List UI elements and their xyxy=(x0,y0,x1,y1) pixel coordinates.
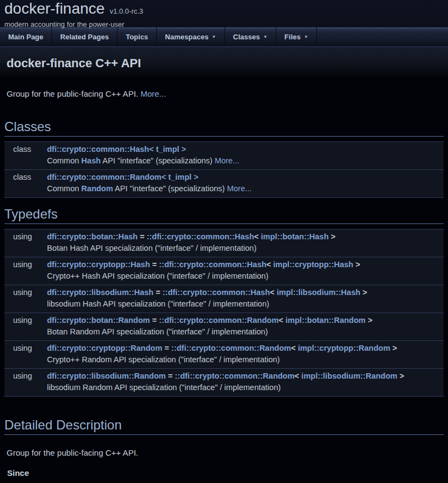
title-area: docker-finance v1.0.0-rc.3 modern accoun… xyxy=(0,0,448,27)
intro-text: Group for the public-facing C++ API. xyxy=(7,89,138,98)
typedef-base-link[interactable]: ::dfi::crypto::common::Hash xyxy=(162,288,270,297)
equals-sign: = xyxy=(162,344,172,352)
typedef-base-link[interactable]: ::dfi::crypto::common::Hash xyxy=(159,260,267,269)
typedef-description: Botan Random API specialization ("interf… xyxy=(47,327,444,337)
typedef-name-link[interactable]: dfi::crypto::cryptopp::Random xyxy=(47,344,162,352)
template-close: > xyxy=(361,288,368,297)
typedef-keyword: using xyxy=(4,372,47,392)
typedef-base-link[interactable]: ::dfi::crypto::common::Random xyxy=(175,372,294,380)
tab-label: Related Pages xyxy=(60,33,109,41)
content-area: Group for the public-facing C++ API. Mor… xyxy=(0,79,448,483)
tab-label: Topics xyxy=(126,33,148,41)
classes-table: class dfi::crypto::common::Hash< t_impl … xyxy=(4,142,444,198)
typedef-row: using dfi::crypto::botan::Hash = ::dfi::… xyxy=(4,229,444,257)
section-heading-typedefs: Typedefs xyxy=(4,208,444,224)
typedef-base-link[interactable]: ::dfi::crypto::common::Random xyxy=(159,316,279,325)
class-keyword: class xyxy=(4,145,47,166)
class-description: Common Random API "interface" (specializ… xyxy=(47,184,444,193)
class-row: class dfi::crypto::common::Random< t_imp… xyxy=(4,170,444,197)
typedef-row: using dfi::crypto::cryptopp::Random = ::… xyxy=(4,341,444,369)
template-open: < xyxy=(254,232,261,241)
typedef-description: libsodium Hash API specialization ("inte… xyxy=(47,299,444,309)
tab-main-page[interactable]: Main Page xyxy=(0,27,52,46)
desc-text: API "interface" (specializations) xyxy=(101,156,215,165)
typedef-impl-link[interactable]: impl::botan::Random xyxy=(286,316,366,325)
tab-label: Main Page xyxy=(8,33,43,41)
page-header: docker-finance C++ API xyxy=(0,47,448,79)
section-heading-detailed-description: Detailed Description xyxy=(4,419,444,435)
project-version: v1.0.0-rc.3 xyxy=(110,3,143,20)
typedef-keyword: using xyxy=(4,344,47,364)
template-close: > xyxy=(366,316,373,325)
more-link[interactable]: More... xyxy=(140,89,166,98)
since-block: Since docker-finance 1.0.0 xyxy=(7,468,444,483)
class-name-link[interactable]: dfi::crypto::common::Hash< t_impl > xyxy=(47,145,186,154)
class-row: class dfi::crypto::common::Hash< t_impl … xyxy=(4,142,444,170)
typedef-row: using dfi::crypto::libsodium::Hash = ::d… xyxy=(4,285,444,313)
typedef-row: using dfi::crypto::libsodium::Random = :… xyxy=(4,369,444,396)
class-desc-link[interactable]: Random xyxy=(81,184,113,193)
equals-sign: = xyxy=(150,260,160,269)
equals-sign: = xyxy=(138,232,147,241)
equals-sign: = xyxy=(150,316,159,325)
typedef-name-link[interactable]: dfi::crypto::libsodium::Random xyxy=(47,372,166,380)
typedef-name-link[interactable]: dfi::crypto::libsodium::Hash xyxy=(47,288,154,297)
equals-sign: = xyxy=(154,288,163,297)
main-nav: Main Page Related Pages Topics Namespace… xyxy=(0,27,448,47)
tab-label: Classes xyxy=(233,33,260,41)
template-close: > xyxy=(397,372,404,380)
typedef-impl-link[interactable]: impl::botan::Hash xyxy=(261,232,329,241)
template-open: < xyxy=(279,316,286,325)
desc-text: Common xyxy=(47,184,81,193)
typedef-impl-link[interactable]: impl::cryptopp::Hash xyxy=(273,260,353,269)
typedefs-table: using dfi::crypto::botan::Hash = ::dfi::… xyxy=(4,229,444,397)
typedef-base-link[interactable]: ::dfi::crypto::common::Hash xyxy=(146,232,254,241)
since-label: Since xyxy=(7,468,444,478)
desc-text: API "interface" (specializations) xyxy=(113,184,227,193)
template-open: < xyxy=(294,372,302,380)
tab-related-pages[interactable]: Related Pages xyxy=(52,27,117,46)
tab-topics[interactable]: Topics xyxy=(117,27,157,46)
tab-namespaces[interactable]: Namespaces ▼ xyxy=(157,27,225,46)
detailed-description-text: Group for the public-facing C++ API. xyxy=(7,448,444,457)
typedef-impl-link[interactable]: impl::libsodium::Random xyxy=(302,372,398,380)
class-name-link[interactable]: dfi::crypto::common::Random< t_impl > xyxy=(47,173,198,181)
template-close: > xyxy=(329,232,336,241)
intro-paragraph: Group for the public-facing C++ API. Mor… xyxy=(7,89,444,98)
typedef-impl-link[interactable]: impl::libsodium::Hash xyxy=(277,288,361,297)
typedef-keyword: using xyxy=(4,260,47,281)
typedef-name-link[interactable]: dfi::crypto::botan::Hash xyxy=(47,232,138,241)
chevron-down-icon: ▼ xyxy=(212,34,216,39)
template-open: < xyxy=(291,344,298,352)
more-link[interactable]: More... xyxy=(227,184,251,193)
typedef-name-link[interactable]: dfi::crypto::botan::Random xyxy=(47,316,150,325)
tab-label: Files xyxy=(285,33,301,41)
typedef-row: using dfi::crypto::cryptopp::Hash = ::df… xyxy=(4,257,444,285)
more-link[interactable]: More... xyxy=(215,156,239,165)
typedef-description: libsodium Random API specialization ("in… xyxy=(47,383,444,392)
chevron-down-icon: ▼ xyxy=(304,34,308,39)
tab-classes[interactable]: Classes ▼ xyxy=(225,27,276,46)
equals-sign: = xyxy=(166,372,175,380)
class-desc-link[interactable]: Hash xyxy=(81,156,101,165)
class-description: Common Hash API "interface" (specializat… xyxy=(47,156,444,166)
template-open: < xyxy=(270,288,277,297)
typedef-keyword: using xyxy=(4,288,47,309)
typedef-impl-link[interactable]: impl::cryptopp::Random xyxy=(298,344,390,352)
desc-text: Common xyxy=(47,156,81,165)
typedef-name-link[interactable]: dfi::crypto::cryptopp::Hash xyxy=(47,260,150,269)
typedef-description: Crypto++ Random API specialization ("int… xyxy=(47,355,444,364)
template-close: > xyxy=(353,260,361,269)
typedef-keyword: using xyxy=(4,316,47,337)
template-close: > xyxy=(390,344,397,352)
template-open: < xyxy=(267,260,274,269)
typedef-description: Botan Hash API specialization ("interfac… xyxy=(47,244,444,253)
typedef-row: using dfi::crypto::botan::Random = ::dfi… xyxy=(4,313,444,341)
class-keyword: class xyxy=(4,173,47,193)
typedef-keyword: using xyxy=(4,232,47,253)
chevron-down-icon: ▼ xyxy=(263,34,268,39)
page-title: docker-finance C++ API xyxy=(7,56,141,70)
typedef-description: Crypto++ Hash API specialization ("inter… xyxy=(47,272,444,281)
typedef-base-link[interactable]: ::dfi::crypto::common::Random xyxy=(172,344,291,352)
tab-files[interactable]: Files ▼ xyxy=(276,27,317,46)
